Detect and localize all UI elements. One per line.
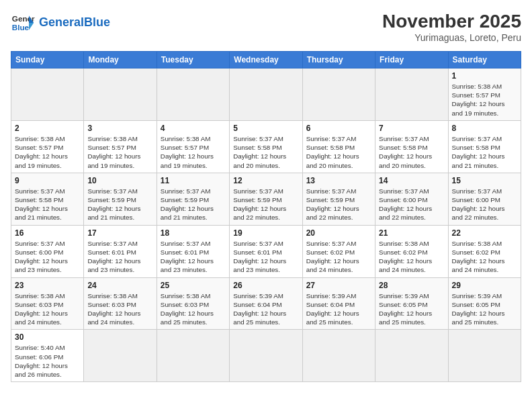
calendar-cell: 29Sunrise: 5:39 AM Sunset: 6:05 PM Dayli…	[448, 277, 521, 330]
calendar-cell: 16Sunrise: 5:37 AM Sunset: 6:00 PM Dayli…	[11, 225, 84, 277]
calendar-cell: 8Sunrise: 5:37 AM Sunset: 5:58 PM Daylig…	[448, 120, 521, 173]
day-number: 18	[161, 228, 226, 238]
day-info: Sunrise: 5:37 AM Sunset: 5:58 PM Dayligh…	[306, 134, 371, 170]
day-number: 28	[379, 281, 444, 290]
day-info: Sunrise: 5:37 AM Sunset: 5:58 PM Dayligh…	[233, 134, 298, 170]
calendar-cell: 6Sunrise: 5:37 AM Sunset: 5:58 PM Daylig…	[302, 120, 375, 173]
col-tuesday: Tuesday	[157, 52, 229, 68]
calendar-cell: 4Sunrise: 5:38 AM Sunset: 5:57 PM Daylig…	[157, 120, 229, 173]
day-number: 29	[452, 281, 517, 290]
day-info: Sunrise: 5:37 AM Sunset: 5:59 PM Dayligh…	[161, 187, 226, 222]
calendar-week-1: 1Sunrise: 5:38 AM Sunset: 5:57 PM Daylig…	[11, 68, 521, 121]
title-area: November 2025 Yurimaguas, Loreto, Peru	[382, 11, 521, 43]
day-number: 4	[161, 124, 226, 133]
calendar-cell: 30Sunrise: 5:40 AM Sunset: 6:06 PM Dayli…	[11, 330, 84, 382]
day-info: Sunrise: 5:38 AM Sunset: 5:57 PM Dayligh…	[87, 134, 152, 170]
day-info: Sunrise: 5:38 AM Sunset: 6:03 PM Dayligh…	[161, 291, 226, 327]
weekday-row: Sunday Monday Tuesday Wednesday Thursday…	[11, 52, 521, 68]
day-number: 3	[87, 124, 152, 133]
calendar-cell	[448, 330, 521, 382]
svg-text:Blue: Blue	[12, 23, 30, 32]
col-sunday: Sunday	[11, 52, 84, 68]
day-number: 7	[379, 124, 444, 133]
calendar-cell: 18Sunrise: 5:37 AM Sunset: 6:01 PM Dayli…	[157, 225, 229, 277]
day-info: Sunrise: 5:37 AM Sunset: 5:59 PM Dayligh…	[306, 187, 371, 222]
month-title: November 2025	[382, 11, 521, 32]
logo-icon: General Blue	[11, 11, 35, 35]
calendar-cell	[11, 68, 84, 121]
day-info: Sunrise: 5:37 AM Sunset: 6:02 PM Dayligh…	[306, 239, 371, 275]
day-number: 17	[87, 228, 152, 238]
day-info: Sunrise: 5:37 AM Sunset: 6:01 PM Dayligh…	[161, 239, 226, 275]
calendar-week-3: 9Sunrise: 5:37 AM Sunset: 5:58 PM Daylig…	[11, 173, 521, 225]
day-info: Sunrise: 5:37 AM Sunset: 5:58 PM Dayligh…	[379, 134, 444, 170]
calendar-cell: 25Sunrise: 5:38 AM Sunset: 6:03 PM Dayli…	[157, 277, 229, 330]
calendar-cell: 15Sunrise: 5:37 AM Sunset: 6:00 PM Dayli…	[448, 173, 521, 225]
calendar-cell: 9Sunrise: 5:37 AM Sunset: 5:58 PM Daylig…	[11, 173, 84, 225]
header: General Blue GeneralBlue November 2025 Y…	[11, 11, 521, 43]
calendar-week-6: 30Sunrise: 5:40 AM Sunset: 6:06 PM Dayli…	[11, 330, 521, 382]
day-info: Sunrise: 5:39 AM Sunset: 6:05 PM Dayligh…	[379, 291, 444, 327]
col-thursday: Thursday	[302, 52, 375, 68]
day-number: 11	[161, 176, 226, 185]
day-info: Sunrise: 5:39 AM Sunset: 6:04 PM Dayligh…	[233, 291, 298, 327]
calendar-cell	[157, 330, 229, 382]
calendar-week-2: 2Sunrise: 5:38 AM Sunset: 5:57 PM Daylig…	[11, 120, 521, 173]
calendar-cell: 7Sunrise: 5:37 AM Sunset: 5:58 PM Daylig…	[375, 120, 448, 173]
calendar-cell	[157, 68, 229, 121]
day-info: Sunrise: 5:38 AM Sunset: 5:57 PM Dayligh…	[452, 82, 517, 118]
day-number: 19	[233, 228, 298, 238]
day-info: Sunrise: 5:37 AM Sunset: 6:00 PM Dayligh…	[452, 187, 517, 222]
day-info: Sunrise: 5:38 AM Sunset: 6:02 PM Dayligh…	[379, 239, 444, 275]
logo-general: General	[39, 15, 84, 29]
day-number: 9	[15, 176, 80, 185]
calendar-header: Sunday Monday Tuesday Wednesday Thursday…	[11, 52, 521, 68]
calendar-week-5: 23Sunrise: 5:38 AM Sunset: 6:03 PM Dayli…	[11, 277, 521, 330]
day-number: 27	[306, 281, 371, 290]
calendar-cell: 19Sunrise: 5:37 AM Sunset: 6:01 PM Dayli…	[230, 225, 302, 277]
calendar-cell	[230, 330, 302, 382]
day-info: Sunrise: 5:37 AM Sunset: 6:00 PM Dayligh…	[15, 239, 80, 275]
calendar-cell: 2Sunrise: 5:38 AM Sunset: 5:57 PM Daylig…	[11, 120, 84, 173]
day-number: 21	[379, 228, 444, 238]
calendar-table: Sunday Monday Tuesday Wednesday Thursday…	[11, 51, 521, 382]
calendar-cell: 14Sunrise: 5:37 AM Sunset: 6:00 PM Dayli…	[375, 173, 448, 225]
day-number: 2	[15, 124, 80, 133]
day-number: 23	[15, 281, 80, 290]
day-info: Sunrise: 5:37 AM Sunset: 6:01 PM Dayligh…	[233, 239, 298, 275]
calendar-cell	[230, 68, 302, 121]
day-info: Sunrise: 5:39 AM Sunset: 6:05 PM Dayligh…	[452, 291, 517, 327]
location-subtitle: Yurimaguas, Loreto, Peru	[382, 32, 521, 43]
day-number: 26	[233, 281, 298, 290]
calendar-cell: 22Sunrise: 5:38 AM Sunset: 6:02 PM Dayli…	[448, 225, 521, 277]
day-number: 25	[161, 281, 226, 290]
calendar-cell: 3Sunrise: 5:38 AM Sunset: 5:57 PM Daylig…	[84, 120, 157, 173]
calendar-cell: 21Sunrise: 5:38 AM Sunset: 6:02 PM Dayli…	[375, 225, 448, 277]
calendar-cell	[302, 330, 375, 382]
logo-blue: Blue	[84, 15, 110, 29]
day-info: Sunrise: 5:38 AM Sunset: 6:03 PM Dayligh…	[87, 291, 152, 327]
day-info: Sunrise: 5:37 AM Sunset: 5:58 PM Dayligh…	[15, 187, 80, 222]
day-number: 20	[306, 228, 371, 238]
day-info: Sunrise: 5:38 AM Sunset: 5:57 PM Dayligh…	[15, 134, 80, 170]
calendar-cell: 12Sunrise: 5:37 AM Sunset: 5:59 PM Dayli…	[230, 173, 302, 225]
svg-marker-3	[29, 23, 34, 30]
calendar-cell	[375, 68, 448, 121]
logo: General Blue GeneralBlue	[11, 11, 110, 35]
calendar-cell	[84, 68, 157, 121]
day-number: 15	[452, 176, 517, 185]
calendar-cell	[375, 330, 448, 382]
calendar-cell	[84, 330, 157, 382]
calendar-cell	[302, 68, 375, 121]
calendar-cell: 5Sunrise: 5:37 AM Sunset: 5:58 PM Daylig…	[230, 120, 302, 173]
calendar-cell: 27Sunrise: 5:39 AM Sunset: 6:04 PM Dayli…	[302, 277, 375, 330]
calendar-cell: 28Sunrise: 5:39 AM Sunset: 6:05 PM Dayli…	[375, 277, 448, 330]
calendar-week-4: 16Sunrise: 5:37 AM Sunset: 6:00 PM Dayli…	[11, 225, 521, 277]
day-info: Sunrise: 5:38 AM Sunset: 6:03 PM Dayligh…	[15, 291, 80, 327]
day-number: 22	[452, 228, 517, 238]
day-number: 16	[15, 228, 80, 238]
col-friday: Friday	[375, 52, 448, 68]
day-number: 12	[233, 176, 298, 185]
day-number: 13	[306, 176, 371, 185]
day-info: Sunrise: 5:37 AM Sunset: 6:01 PM Dayligh…	[87, 239, 152, 275]
